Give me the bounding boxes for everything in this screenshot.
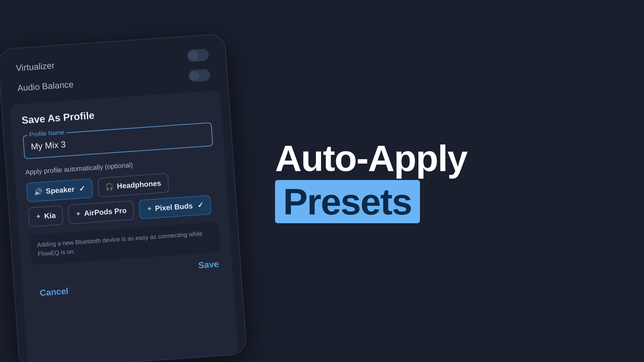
profile-name-field: Profile Name My Mix 3 bbox=[23, 122, 213, 159]
headphones-icon: 🎧 bbox=[105, 183, 114, 191]
device-buttons: 🔊 Speaker ✓ 🎧 Headphones ✦ K bbox=[26, 170, 218, 227]
airpods-bluetooth-icon: ✦ bbox=[75, 210, 81, 218]
pixelbuds-label: Pixel Buds bbox=[155, 201, 193, 213]
virtualizer-toggle-knob bbox=[188, 51, 198, 61]
cancel-button[interactable]: Cancel bbox=[36, 286, 69, 299]
headline-line2: Presets bbox=[283, 181, 412, 222]
headphones-button[interactable]: 🎧 Headphones bbox=[97, 173, 169, 197]
kia-button[interactable]: ✦ Kia bbox=[28, 205, 64, 227]
info-text: Adding a new Bluetooth device is as easy… bbox=[30, 222, 221, 265]
airpods-button[interactable]: ✦ AirPods Pro bbox=[68, 200, 135, 225]
phone-section: Virtualizer Audio Balance Save As Profil… bbox=[0, 0, 262, 362]
phone-mockup: Virtualizer Audio Balance Save As Profil… bbox=[0, 33, 247, 362]
text-section: Auto-Apply Presets bbox=[262, 112, 644, 250]
audio-balance-toggle-knob bbox=[190, 71, 200, 81]
audio-balance-toggle[interactable] bbox=[188, 69, 210, 82]
pixelbuds-check: ✓ bbox=[197, 201, 204, 210]
save-button[interactable]: Save bbox=[198, 259, 219, 270]
phone-content: Virtualizer Audio Balance Save As Profil… bbox=[0, 34, 247, 362]
virtualizer-label: Virtualizer bbox=[16, 60, 55, 73]
airpods-label: AirPods Pro bbox=[84, 206, 127, 218]
dialog-title: Save As Profile bbox=[21, 102, 211, 126]
pixelbuds-button[interactable]: ✦ Pixel Buds ✓ bbox=[139, 195, 211, 220]
speaker-label: Speaker bbox=[46, 185, 75, 196]
profile-name-input[interactable]: My Mix 3 bbox=[23, 122, 213, 159]
headline-presets-wrapper: Presets bbox=[275, 180, 420, 223]
speaker-button[interactable]: 🔊 Speaker ✓ bbox=[26, 178, 93, 202]
virtualizer-toggle[interactable] bbox=[187, 49, 209, 62]
audio-balance-label: Audio Balance bbox=[17, 79, 74, 94]
audio-balance-row: Audio Balance bbox=[14, 68, 214, 94]
pixelbuds-bluetooth-icon: ✦ bbox=[147, 205, 152, 213]
kia-bluetooth-icon: ✦ bbox=[36, 213, 41, 221]
headline-line1: Auto-Apply bbox=[275, 139, 467, 178]
speaker-check: ✓ bbox=[79, 184, 86, 193]
save-as-profile-dialog: Save As Profile Profile Name My Mix 3 Ap… bbox=[10, 90, 238, 362]
kia-label: Kia bbox=[44, 211, 56, 221]
speaker-icon: 🔊 bbox=[34, 187, 43, 196]
headphones-label: Headphones bbox=[117, 179, 162, 191]
